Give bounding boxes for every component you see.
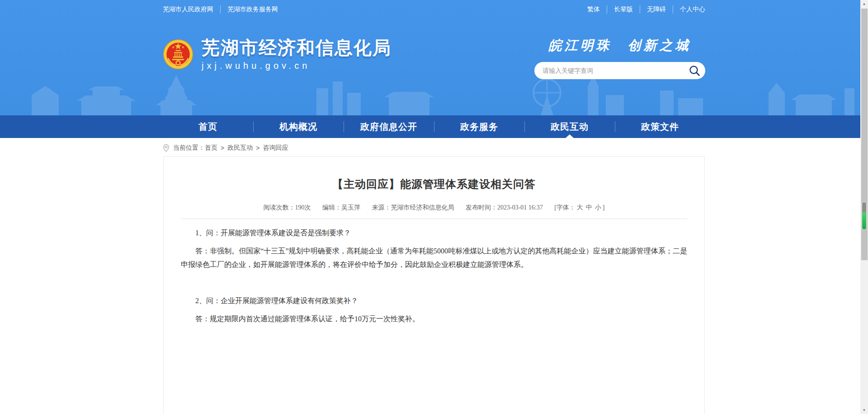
search-button[interactable] [688,64,701,77]
breadcrumb-separator: > [256,144,259,152]
font-size-control: [字体：大中小] [554,204,604,211]
site-header: 芜湖市人民政府网 芜湖市政务服务网 繁体 长辈版 无障碍 个人中心 [0,0,868,115]
paragraph-question-1: 1、问：开展能源管理体系建设是否是强制要求？ [181,226,687,240]
font-size-large-button[interactable]: 大 [577,204,583,211]
topbar-link-accessibility[interactable]: 无障碍 [640,5,666,14]
scroll-progress-marker [862,202,867,230]
site-url: jxj.wuhu.gov.cn [202,61,392,71]
font-size-medium-button[interactable]: 中 [586,204,592,211]
breadcrumb-link-consultation[interactable]: 咨询回应 [263,144,288,152]
font-size-suffix: ] [603,204,605,211]
national-emblem-icon [163,39,193,70]
article-meta: 阅读次数：190次 编辑：吴玉萍 来源：芜湖市经济和信息化局 发布时间：2023… [181,204,687,219]
article-container: 【主动回应】能源管理体系建设相关问答 阅读次数：190次 编辑：吴玉萍 来源：芜… [163,156,705,414]
topbar-link-elderly-version[interactable]: 长辈版 [607,5,633,14]
search-input[interactable] [542,67,688,75]
nav-list: 首页 机构概况 政府信息公开 政务服务 政民互动 政策文件 [163,115,705,138]
search-icon [688,64,701,77]
topbar-link-city-government[interactable]: 芜湖市人民政府网 [163,5,213,14]
breadcrumb-prefix: 当前位置： [173,144,205,152]
paragraph-answer-1: 答：非强制。但国家“十三五”规划中明确要求，高耗能企业（通常为年耗能5000吨标… [181,244,687,271]
nav-item-government-info[interactable]: 政府信息公开 [344,115,434,138]
paragraph-question-2: 2、问：企业开展能源管理体系建设有何政策奖补？ [181,294,687,308]
topbar-link-service-portal[interactable]: 芜湖市政务服务网 [220,5,278,14]
scroll-marker-green-segment [862,212,866,229]
meta-publish-time: 发布时间：2023-03-01 16:37 [466,204,543,211]
meta-view-count: 阅读次数：190次 [263,204,311,211]
nav-item-organization[interactable]: 机构概况 [253,115,344,138]
font-size-small-button[interactable]: 小 [595,204,601,211]
topbar-link-personal-center[interactable]: 个人中心 [673,5,705,14]
site-brand[interactable]: 芜湖市经济和信息化局 jxj.wuhu.gov.cn [163,38,392,71]
nav-item-public-interaction[interactable]: 政民互动 [524,115,615,138]
city-slogan: 皖江明珠 创新之城 [549,38,691,53]
font-size-prefix: [字体： [554,204,576,211]
brand-text: 芜湖市经济和信息化局 jxj.wuhu.gov.cn [202,38,392,71]
nav-item-policy-documents[interactable]: 政策文件 [615,115,705,138]
topbar: 芜湖市人民政府网 芜湖市政务服务网 繁体 长辈版 无障碍 个人中心 [163,0,705,14]
scrollbar-up-arrow[interactable]: ▲ [860,0,868,8]
paragraph-spacer [181,276,687,290]
topbar-link-traditional-chinese[interactable]: 繁体 [587,5,600,14]
location-pin-icon [163,144,170,152]
scrollbar-down-arrow[interactable]: ▼ [860,406,868,414]
article-body: 1、问：开展能源管理体系建设是否是强制要求？ 答：非强制。但国家“十三五”规划中… [181,219,687,326]
breadcrumb-separator: > [221,144,224,152]
scroll-marker-gray-segment [862,202,866,212]
article-title: 【主动回应】能源管理体系建设相关问答 [181,177,687,191]
breadcrumb-link-public-interaction[interactable]: 政民互动 [227,144,253,152]
meta-source: 来源：芜湖市经济和信息化局 [372,204,454,211]
nav-item-services[interactable]: 政务服务 [434,115,524,138]
search-box [534,62,705,79]
header-main: 芜湖市经济和信息化局 jxj.wuhu.gov.cn 皖江明珠 创新之城 [163,14,705,79]
page-scrollbar: ▲ ▼ [860,0,868,414]
nav-item-home[interactable]: 首页 [163,115,253,138]
breadcrumb-link-home[interactable]: 首页 [205,144,217,152]
header-right: 皖江明珠 创新之城 [534,38,705,79]
site-title: 芜湖市经济和信息化局 [202,38,392,57]
paragraph-answer-2: 答：规定期限内首次通过能源管理体系认证，给予10万元一次性奖补。 [181,312,687,326]
meta-editor: 编辑：吴玉萍 [322,204,360,211]
main-navbar: 首页 机构概况 政府信息公开 政务服务 政民互动 政策文件 [0,115,868,138]
topbar-right-links: 繁体 长辈版 无障碍 个人中心 [587,5,705,14]
topbar-left-links: 芜湖市人民政府网 芜湖市政务服务网 [163,5,278,14]
breadcrumb: 当前位置： 首页 > 政民互动 > 咨询回应 [163,138,705,156]
